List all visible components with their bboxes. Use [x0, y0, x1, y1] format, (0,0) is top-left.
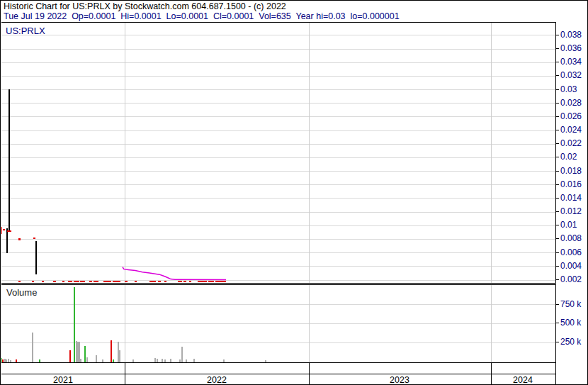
floor-close-dash — [42, 281, 44, 283]
volume-bar — [6, 359, 7, 362]
price-tick-label: 0.006 — [560, 247, 582, 257]
floor-close-dash — [198, 281, 207, 283]
volume-bar — [113, 359, 114, 362]
volume-bar — [164, 359, 166, 362]
price-axis-tick — [556, 198, 559, 199]
symbol-label: US:PRLX — [6, 26, 45, 36]
right-axis-column: 0.0380.0360.0340.0320.030.0280.0260.0240… — [556, 22, 588, 385]
price-axis-tick — [556, 35, 559, 35]
volume-bar — [77, 342, 79, 362]
volume-bar — [76, 341, 77, 362]
floor-close-dash — [103, 281, 111, 283]
floor-close-dash — [68, 281, 72, 283]
floor-close-dash — [183, 281, 186, 283]
floor-close-dash — [53, 281, 56, 283]
volume-bar — [84, 346, 86, 362]
volume-bar — [16, 359, 17, 362]
year-divider — [125, 363, 125, 374]
volume-axis-tick — [556, 304, 559, 305]
volume-bar — [96, 355, 97, 362]
volume-bar — [111, 340, 112, 362]
floor-close-dash — [89, 281, 92, 283]
price-tick-label: 0.018 — [560, 166, 582, 176]
price-axis-tick — [556, 279, 559, 280]
volume-tick-label: 500 k — [560, 318, 581, 328]
volume-bar — [2, 359, 4, 362]
volume-bar — [186, 359, 187, 362]
floor-close-dash — [74, 281, 79, 283]
price-pane: US:PRLX — [1, 22, 556, 284]
price-chart-svg — [1, 23, 555, 283]
price-tick-label: 0.012 — [560, 206, 582, 216]
volume-bar — [265, 360, 266, 362]
price-axis-tick — [556, 238, 559, 239]
volume-bar — [162, 359, 163, 362]
volume-bar — [8, 359, 9, 362]
price-axis-tick — [556, 184, 559, 185]
price-tick-label: 0.02 — [560, 152, 577, 162]
floor-close-dash — [149, 281, 156, 283]
price-tick-label: 0.008 — [560, 233, 582, 243]
floor-close-dash — [94, 281, 98, 283]
close-mark — [1, 227, 2, 234]
volume-bar — [74, 287, 75, 362]
price-axis-tick — [556, 103, 559, 104]
floor-close-dash — [125, 281, 128, 283]
chart-title: Historic Chart for US:PRLX by Stockwatch… — [4, 1, 286, 11]
price-tick-label: 0.024 — [560, 125, 582, 135]
price-axis-tick — [556, 157, 559, 157]
close-dash — [3, 229, 5, 230]
volume-bar — [181, 347, 183, 362]
x-axis-tick-strip — [1, 363, 556, 374]
price-tick-label: 0.01 — [560, 220, 577, 230]
price-axis-tick — [556, 116, 559, 117]
year-divider — [491, 363, 492, 374]
volume-axis-tick — [556, 323, 559, 323]
volume-bar — [132, 359, 134, 362]
volume-bar — [170, 359, 171, 362]
volume-bar — [39, 359, 40, 362]
price-axis-tick — [556, 130, 559, 130]
volume-bar — [32, 333, 33, 362]
price-axis-tick — [556, 75, 559, 76]
floor-close-dash — [215, 281, 226, 283]
volume-bar — [119, 350, 120, 362]
price-tick-label: 0.036 — [560, 43, 582, 53]
price-tick-label: 0.004 — [560, 261, 582, 271]
floor-close-dash — [164, 281, 166, 283]
price-axis-tick — [556, 171, 559, 172]
volume-bar — [1, 358, 2, 362]
close-dash — [7, 230, 9, 232]
volume-bar — [79, 342, 80, 362]
price-tick-label: 0.03 — [560, 84, 577, 94]
year-label: 2022 — [207, 375, 227, 385]
x-axis-year-labels: 2021202220232024 — [1, 374, 556, 385]
stock-chart-window: Historic Chart for US:PRLX by Stockwatch… — [0, 0, 588, 385]
volume-axis-tick — [556, 342, 559, 342]
floor-close-dash — [158, 281, 161, 283]
price-axis-tick — [556, 252, 559, 253]
year-divider — [309, 374, 310, 385]
price-axis-tick — [556, 62, 559, 62]
price-tick-label: 0.032 — [560, 70, 582, 80]
volume-pane: Volume — [1, 284, 556, 364]
price-tick-label: 0.016 — [560, 179, 582, 189]
volume-bar — [80, 359, 81, 362]
floor-close-dash — [113, 281, 118, 283]
volume-bar — [154, 358, 156, 362]
price-tick-label: 0.028 — [560, 98, 582, 108]
price-axis-tick — [556, 225, 559, 225]
volume-bar — [118, 342, 119, 362]
volume-bar — [4, 359, 6, 362]
close-dash — [33, 238, 35, 239]
price-tick-label: 0.002 — [560, 274, 582, 284]
price-tick-label: 0.014 — [560, 193, 582, 203]
floor-close-dash — [189, 281, 191, 283]
floor-close-dash — [80, 281, 85, 283]
price-axis-tick — [556, 48, 559, 49]
floor-close-dash — [32, 281, 34, 283]
volume-bar — [223, 359, 225, 362]
floor-close-dash — [208, 281, 214, 283]
quote-summary-line: Tue Jul 19 2022 Op=0.0001 Hi=0.0001 Lo=0… — [4, 11, 400, 21]
floor-close-dash — [18, 281, 21, 283]
